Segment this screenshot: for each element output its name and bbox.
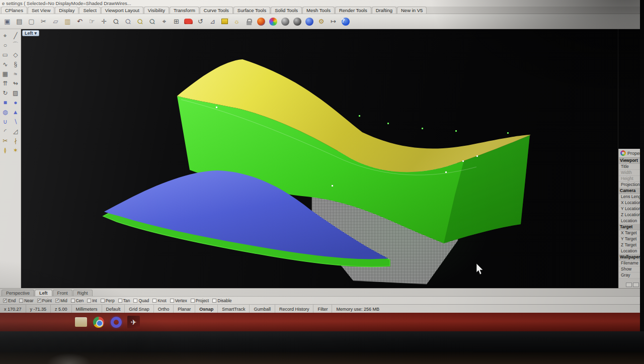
menu-tab-cplanes[interactable]: CPlanes	[1, 7, 27, 14]
command-line[interactable]: e settings ( Selected=No DisplayMode=Sha…	[0, 0, 640, 7]
prop-section-target[interactable]: Target	[619, 224, 640, 230]
status-pane-gumball[interactable]: Gumball	[250, 305, 275, 313]
osnap-disable[interactable]: Disable	[212, 298, 231, 303]
raytrace-mode-sphere-icon[interactable]	[304, 16, 314, 27]
osnap-knot[interactable]: Knot	[152, 298, 167, 303]
box-tool-icon[interactable]: ■	[0, 98, 11, 107]
loft-tool-icon[interactable]: ≈	[11, 69, 21, 78]
viewport-tab-left[interactable]: Left	[35, 290, 52, 296]
curve-tool-icon[interactable]: ∿	[0, 59, 11, 69]
panel-footer-button[interactable]	[626, 283, 632, 287]
viewport-title-tab[interactable]: Left ▾	[22, 30, 39, 36]
osnap-project[interactable]: Project	[191, 298, 209, 303]
prop-target-location[interactable]: Location	[619, 248, 640, 254]
menu-tab-display[interactable]: Display	[55, 7, 78, 14]
prop-target-z-target[interactable]: Z Target	[619, 242, 640, 248]
layers-icon[interactable]	[219, 16, 230, 27]
zoom-window-icon[interactable]: Ϙ	[123, 16, 133, 27]
explode-tool-icon[interactable]: ✶	[11, 145, 21, 155]
viewport-tab-right[interactable]: Right	[73, 290, 93, 296]
prop-target-x-target[interactable]: X Target	[619, 230, 640, 236]
osnap-int[interactable]: Int	[87, 298, 97, 303]
zoom-selected-icon[interactable]: Ϙ	[135, 16, 145, 27]
zoom-target-icon[interactable]: ⌖	[159, 16, 170, 27]
prop-camera-location[interactable]: Location	[619, 218, 640, 224]
options-gears-icon[interactable]: ⚙	[316, 16, 327, 27]
viewport-layout-icon[interactable]: ⊞	[171, 16, 182, 27]
viewport-tab-front[interactable]: Front	[53, 290, 72, 296]
osnap-project-checkbox[interactable]	[191, 299, 195, 303]
surface-tool-icon[interactable]: ▦	[0, 69, 11, 78]
osnap-int-checkbox[interactable]	[87, 299, 91, 303]
menu-tab-drafting[interactable]: Drafting	[372, 7, 396, 14]
xray-mode-sphere-icon[interactable]	[292, 16, 302, 27]
menu-tab-mesh-tools[interactable]: Mesh Tools	[302, 7, 335, 14]
prop-camera-z-location[interactable]: Z Location	[619, 212, 640, 218]
osnap-perp-checkbox[interactable]	[101, 299, 105, 303]
menu-tab-curve-tools[interactable]: Curve Tools	[200, 7, 233, 14]
move-icon[interactable]: ✛	[99, 16, 109, 27]
prop-wallpaper-gray[interactable]: Gray	[619, 272, 640, 279]
dimension-icon[interactable]: ↦	[328, 16, 339, 27]
render-car-icon[interactable]	[183, 16, 194, 27]
prop-viewport-height[interactable]: Height	[619, 176, 640, 182]
sphere-tool-icon[interactable]: ●	[11, 98, 21, 107]
viewport-left[interactable]: Left ▾	[21, 29, 618, 288]
status-pane-record-history[interactable]: Record History	[275, 305, 314, 313]
save-icon[interactable]: ▣	[2, 16, 13, 27]
cplane-icon[interactable]: ⊿	[207, 16, 218, 27]
polygon-tool-icon[interactable]: ◇	[11, 50, 21, 59]
prop-target-y-target[interactable]: Y Target	[619, 236, 640, 242]
osnap-knot-checkbox[interactable]	[152, 299, 156, 303]
prop-section-viewport[interactable]: Viewport	[619, 158, 640, 164]
arc-tool-icon[interactable]: ⌒	[11, 40, 21, 50]
panel-footer-button[interactable]	[633, 283, 639, 287]
osnap-end[interactable]: End	[3, 298, 16, 303]
menu-tab-visibility[interactable]: Visibility	[144, 7, 169, 14]
prop-wallpaper-show[interactable]: Show	[619, 266, 640, 272]
extrude-tool-icon[interactable]: ⇈	[0, 78, 11, 88]
trim-tool-icon[interactable]: ✂	[0, 136, 11, 145]
folder-icon[interactable]	[74, 316, 87, 328]
osnap-cen-checkbox[interactable]	[71, 299, 75, 303]
layer-pane[interactable]: Default	[102, 305, 125, 313]
cylinder-tool-icon[interactable]: ◍	[0, 107, 11, 117]
helix-tool-icon[interactable]: §	[11, 59, 21, 69]
undo-icon[interactable]: ↶	[74, 16, 85, 27]
lock-icon[interactable]	[244, 16, 254, 27]
print-icon[interactable]: ▤	[14, 16, 25, 27]
osnap-vertex[interactable]: Vertex	[170, 298, 187, 303]
osnap-point[interactable]: Point	[37, 298, 52, 303]
fillet-tool-icon[interactable]: ◜	[0, 126, 11, 136]
ring-logo-icon[interactable]	[110, 316, 122, 328]
prop-camera-y-location[interactable]: Y Location	[619, 206, 640, 212]
osnap-near[interactable]: Near	[19, 298, 33, 303]
menu-tab-viewport-layout[interactable]: Viewport Layout	[101, 7, 143, 14]
status-pane-planar[interactable]: Planar	[174, 305, 195, 313]
shaded-mode-sphere-icon[interactable]	[256, 16, 266, 27]
pan-hand-icon[interactable]: ☞	[87, 16, 97, 27]
copy-icon[interactable]: ▱	[50, 16, 61, 27]
status-pane-ortho[interactable]: Ortho	[154, 305, 174, 313]
cone-tool-icon[interactable]: ▲	[11, 107, 21, 117]
prop-viewport-title[interactable]: Title	[619, 164, 640, 170]
osnap-disable-checkbox[interactable]	[212, 299, 216, 303]
revolve-tool-icon[interactable]: ↻	[0, 88, 11, 98]
osnap-perp[interactable]: Perp	[101, 298, 115, 303]
rectangle-tool-icon[interactable]: ▭	[0, 50, 11, 59]
menu-tab-transform[interactable]: Transform	[170, 7, 199, 14]
boolean-union-icon[interactable]: ∪	[0, 117, 11, 126]
prop-camera-lens-length[interactable]: Lens Length	[619, 194, 640, 200]
osnap-quad-checkbox[interactable]	[133, 299, 137, 303]
status-pane-grid-snap[interactable]: Grid Snap	[125, 305, 154, 313]
viewport-tab-perspective[interactable]: Perspective	[2, 290, 34, 296]
osnap-vertex-checkbox[interactable]	[170, 299, 174, 303]
osnap-tan[interactable]: Tan	[118, 298, 130, 303]
menu-tab-render-tools[interactable]: Render Tools	[335, 7, 371, 14]
new-file-icon[interactable]: ▢	[26, 16, 37, 27]
lightbulb-icon[interactable]: ☼	[231, 16, 242, 27]
prop-camera-x-location[interactable]: X Location	[619, 200, 640, 206]
menu-tab-surface-tools[interactable]: Surface Tools	[233, 7, 270, 14]
zoom-icon[interactable]: Ϙ	[111, 16, 121, 27]
prop-viewport-projection[interactable]: Projection	[619, 182, 640, 188]
